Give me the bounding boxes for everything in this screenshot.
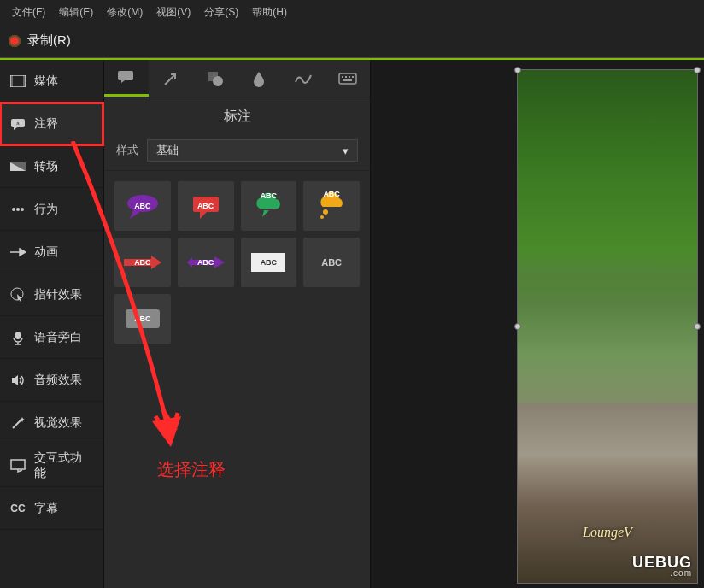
tool-arrow[interactable] [149, 60, 193, 97]
svg-rect-12 [118, 71, 133, 80]
sidebar-item-label: 注释 [34, 116, 58, 132]
sidebar-item-audio-effects[interactable]: 音频效果 [0, 359, 103, 402]
sidebar: 媒体 a 注释 转场 行为 动画 [0, 60, 104, 588]
svg-point-23 [323, 209, 328, 215]
sidebar-item-transitions[interactable]: 转场 [0, 145, 103, 188]
annotation-icon: a [10, 116, 26, 132]
speaker-icon [10, 373, 26, 388]
menu-modify[interactable]: 修改(M) [100, 2, 150, 23]
svg-rect-1 [10, 75, 13, 87]
svg-rect-18 [349, 76, 350, 78]
sidebar-item-media[interactable]: 媒体 [0, 60, 103, 103]
record-icon [9, 35, 21, 47]
svg-rect-20 [343, 79, 352, 81]
tile-label: ABC [321, 257, 342, 268]
annotation-toolbar [104, 60, 370, 97]
sidebar-item-label: 字幕 [34, 501, 58, 516]
sidebar-item-label: 转场 [34, 159, 58, 174]
svg-point-8 [21, 208, 24, 211]
sidebar-item-behaviors[interactable]: 行为 [0, 188, 103, 231]
style-row: 样式 基础 ▾ [104, 134, 370, 171]
sidebar-item-label: 视觉效果 [34, 415, 82, 431]
tile-label: ABC [197, 202, 214, 210]
callout-rect-white[interactable]: ABC [241, 238, 297, 287]
svg-rect-17 [345, 76, 347, 78]
callout-cloud-green[interactable]: ABC [241, 181, 297, 231]
callout-purple[interactable]: ABC [114, 181, 171, 231]
site-brand: UEBUG .com [632, 554, 692, 578]
sidebar-item-captions[interactable]: CC 字幕 [0, 487, 103, 530]
svg-rect-10 [15, 332, 21, 339]
tile-label: ABC [323, 190, 340, 198]
behaviors-icon [10, 202, 26, 217]
transitions-icon [10, 159, 26, 174]
sidebar-item-label: 动画 [34, 244, 58, 260]
callout-arrow-red[interactable]: ABC [114, 238, 171, 287]
tile-label: ABC [134, 202, 151, 210]
callout-rect-gray[interactable]: ABC [114, 294, 171, 344]
svg-rect-15 [339, 74, 356, 84]
svg-rect-16 [342, 76, 343, 78]
preview-canvas[interactable]: LoungeV UEBUG .com [518, 70, 697, 583]
menu-share[interactable]: 分享(S) [197, 2, 245, 23]
sidebar-item-voice[interactable]: 语音旁白 [0, 316, 103, 359]
tile-label: ABC [134, 258, 151, 267]
main-area: 媒体 a 注释 转场 行为 动画 [0, 60, 704, 588]
resize-handle[interactable] [694, 67, 701, 74]
sidebar-item-visual-effects[interactable]: 视觉效果 [0, 402, 103, 444]
svg-rect-2 [23, 75, 26, 87]
style-dropdown[interactable]: 基础 ▾ [147, 139, 358, 162]
style-value: 基础 [156, 143, 179, 158]
style-label: 样式 [116, 143, 138, 158]
brand-sub: .com [632, 568, 692, 578]
menubar: 文件(F) 编辑(E) 修改(M) 视图(V) 分享(S) 帮助(H) [0, 0, 704, 24]
menu-help[interactable]: 帮助(H) [245, 2, 294, 23]
sidebar-item-annotations[interactable]: a 注释 [0, 103, 103, 145]
tile-label: ABC [261, 258, 278, 267]
sidebar-item-label: 交互式功能 [34, 450, 93, 481]
preview-panel: LoungeV UEBUG .com [371, 60, 704, 588]
menu-edit[interactable]: 编辑(E) [52, 2, 100, 23]
sidebar-item-animations[interactable]: 动画 [0, 231, 103, 273]
sidebar-item-label: 指针效果 [34, 287, 82, 303]
callout-arrow-purple[interactable]: ABC [178, 238, 234, 287]
sidebar-item-interactive[interactable]: 交互式功能 [0, 444, 103, 487]
callout-red[interactable]: ABC [178, 181, 234, 231]
tool-sketch[interactable] [281, 60, 326, 97]
tool-callout[interactable] [104, 60, 149, 97]
microphone-icon [10, 330, 26, 345]
sidebar-item-label: 媒体 [34, 74, 58, 89]
tile-label: ABC [134, 315, 151, 323]
media-icon [10, 74, 26, 89]
callout-text-plain[interactable]: ABC [303, 238, 360, 287]
sidebar-item-label: 音频效果 [34, 373, 82, 388]
resize-handle[interactable] [694, 323, 701, 330]
animations-icon [10, 244, 26, 260]
svg-point-24 [320, 215, 324, 219]
tile-label: ABC [197, 258, 214, 267]
tool-blur[interactable] [237, 60, 281, 97]
properties-panel: 标注 样式 基础 ▾ ABC ABC ABC ABC [104, 60, 371, 588]
sidebar-item-label: 行为 [34, 202, 58, 217]
svg-point-14 [213, 76, 223, 86]
resize-handle[interactable] [514, 323, 521, 330]
tool-shape[interactable] [193, 60, 238, 97]
sidebar-item-cursor-effects[interactable]: 指针效果 [0, 273, 103, 316]
sidebar-item-label: 语音旁白 [34, 330, 82, 345]
chevron-down-icon: ▾ [343, 144, 349, 157]
svg-point-7 [16, 208, 20, 211]
interactive-icon [10, 458, 26, 473]
menu-view[interactable]: 视图(V) [150, 2, 197, 23]
panel-title: 标注 [104, 97, 370, 134]
cursor-icon [10, 287, 26, 303]
tool-keyboard[interactable] [326, 60, 370, 97]
callout-thought-yellow[interactable]: ABC [303, 181, 360, 231]
svg-point-6 [12, 208, 15, 211]
tile-label: ABC [261, 191, 278, 200]
record-bar[interactable]: 录制(R) [0, 24, 704, 58]
resize-handle[interactable] [514, 67, 521, 74]
menu-file[interactable]: 文件(F) [5, 2, 52, 23]
callout-grid: ABC ABC ABC ABC ABC ABC [104, 171, 370, 354]
video-watermark: LoungeV [583, 525, 632, 540]
wand-icon [10, 415, 26, 431]
